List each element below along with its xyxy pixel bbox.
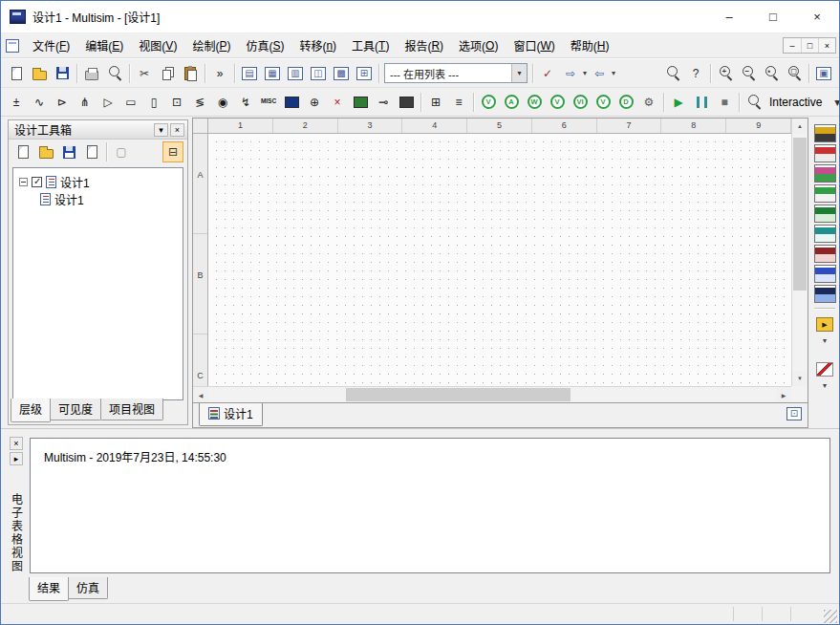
print-icon[interactable]: [81, 63, 102, 84]
close-icon[interactable]: ×: [10, 437, 23, 450]
resize-grip-icon[interactable]: [824, 610, 837, 623]
function-generator-icon[interactable]: [814, 144, 836, 162]
cmos-icon[interactable]: ▯: [143, 92, 164, 113]
panel-menu-icon[interactable]: ▾: [154, 123, 168, 137]
scroll-right-icon[interactable]: [776, 387, 791, 402]
scroll-down-icon[interactable]: [792, 371, 808, 386]
word-generator-icon[interactable]: [814, 265, 836, 283]
run-simulation-icon[interactable]: ▶: [668, 92, 689, 113]
menu-item[interactable]: 文件(F): [25, 33, 77, 57]
back-annotate-icon[interactable]: ⇦: [589, 63, 610, 84]
oscilloscope-icon[interactable]: [814, 184, 836, 203]
vertical-scroll-thumb[interactable]: [793, 138, 807, 291]
ttl-icon[interactable]: ▭: [120, 92, 141, 113]
maximize-button[interactable]: □: [751, 1, 795, 32]
interactive-simulation-icon[interactable]: [743, 92, 765, 113]
open-icon[interactable]: [35, 141, 56, 162]
mcu-icon[interactable]: [396, 92, 417, 113]
interactive-dropdown-icon[interactable]: ▾: [827, 92, 840, 113]
labview-instruments-icon[interactable]: ▶: [814, 313, 835, 334]
sheet-bounds-icon[interactable]: ▣: [813, 63, 834, 84]
horizontal-scrollbar[interactable]: [193, 386, 791, 402]
tab-hierarchy[interactable]: 层级: [11, 399, 51, 422]
rename-icon[interactable]: ▢: [111, 141, 132, 162]
power-icon[interactable]: ↯: [235, 92, 256, 113]
menu-item[interactable]: 视图(V): [131, 33, 184, 57]
save-icon[interactable]: [58, 141, 79, 162]
schematic-canvas[interactable]: [208, 134, 791, 386]
show-all-toggle-icon[interactable]: ⊟: [162, 141, 183, 162]
analog-icon[interactable]: ▷: [97, 92, 118, 113]
menu-item[interactable]: 绘制(P): [184, 33, 238, 57]
panel-close-icon[interactable]: ×: [170, 123, 184, 137]
source-icon[interactable]: ±: [6, 92, 27, 113]
multimeter-icon[interactable]: [814, 124, 836, 142]
bode-plotter-icon[interactable]: [814, 225, 836, 243]
new-schematic-icon[interactable]: [12, 141, 33, 162]
electromechanical-icon[interactable]: ×: [327, 92, 348, 113]
chevron-down-icon[interactable]: ▾: [583, 69, 587, 77]
help-icon[interactable]: ?: [685, 63, 706, 84]
mdi-restore-icon[interactable]: □: [801, 38, 818, 53]
voltage-probe-icon[interactable]: V: [478, 92, 499, 113]
tab-visibility[interactable]: 可见度: [50, 399, 101, 420]
tree-item-child[interactable]: 设计1: [15, 190, 181, 207]
chevron-down-icon[interactable]: ▾: [511, 64, 527, 82]
zoom-out-icon[interactable]: −: [738, 63, 759, 84]
tree-item-label[interactable]: 设计1: [60, 174, 90, 190]
tab-design1[interactable]: 设计1: [199, 403, 263, 426]
copy-icon[interactable]: [157, 63, 178, 84]
print-preview-icon[interactable]: [104, 63, 125, 84]
new-icon[interactable]: [6, 63, 27, 84]
basic-icon[interactable]: ∿: [29, 92, 50, 113]
menu-item[interactable]: 转移(n): [291, 33, 344, 57]
pause-simulation-icon[interactable]: [691, 92, 712, 113]
close-button[interactable]: ×: [795, 1, 839, 32]
grapher-icon[interactable]: ◫: [308, 63, 329, 84]
menu-item[interactable]: 选项(O): [451, 33, 506, 57]
tab-results[interactable]: 结果: [29, 577, 69, 601]
wattmeter-icon[interactable]: [814, 164, 836, 183]
save-icon[interactable]: [52, 63, 73, 84]
open-icon[interactable]: [29, 63, 50, 84]
voltage-current-probe-icon[interactable]: VI: [570, 92, 591, 113]
spreadsheet-view-toggle-icon[interactable]: ▦: [262, 63, 283, 84]
scroll-up-icon[interactable]: [792, 119, 808, 134]
bus-icon[interactable]: ≡: [448, 92, 469, 113]
checkbox-checked-icon[interactable]: [32, 177, 42, 187]
minimize-button[interactable]: –: [707, 1, 751, 32]
advanced-peripherals-icon[interactable]: [281, 92, 302, 113]
rf-icon[interactable]: ⊕: [304, 92, 325, 113]
tab-project-view[interactable]: 项目视图: [100, 399, 163, 420]
current-probe-icon[interactable]: A: [501, 92, 522, 113]
in-use-list-combo[interactable]: --- 在用列表 ---▾: [384, 63, 528, 83]
ni-component-icon[interactable]: [350, 92, 371, 113]
misc-digital-icon[interactable]: ⊡: [166, 92, 187, 113]
menu-item[interactable]: 报告(R): [397, 33, 451, 57]
mixed-icon[interactable]: ≶: [189, 92, 210, 113]
digital-probe-icon[interactable]: D: [615, 92, 636, 113]
design-toolbox-toggle-icon[interactable]: ▤: [239, 63, 260, 84]
zoom-full-icon[interactable]: ◻: [784, 63, 805, 84]
chevron-down-icon[interactable]: ▾: [823, 336, 827, 345]
mdi-close-icon[interactable]: ×: [818, 38, 835, 53]
horizontal-scroll-thumb[interactable]: [346, 388, 571, 401]
chevron-down-icon[interactable]: ▾: [612, 69, 615, 77]
find-icon[interactable]: [662, 63, 683, 84]
postprocessor-icon[interactable]: ▩: [331, 63, 352, 84]
collapse-icon[interactable]: [19, 178, 28, 186]
probe-settings-icon[interactable]: ⚙: [638, 92, 659, 113]
misc-icon[interactable]: MISC: [258, 92, 279, 113]
scroll-left-icon[interactable]: [193, 387, 208, 402]
menu-item[interactable]: 帮助(H): [563, 33, 617, 57]
four-channel-oscilloscope-icon[interactable]: [814, 205, 836, 223]
forward-annotate-icon[interactable]: ⇨: [560, 63, 581, 84]
tree-item-label[interactable]: 设计1: [54, 191, 84, 207]
power-probe-icon[interactable]: W: [524, 92, 545, 113]
hierarchical-block-icon[interactable]: ⊞: [425, 92, 446, 113]
transistor-icon[interactable]: ⋔: [75, 92, 96, 113]
sheet-overview-icon[interactable]: ⊡: [786, 407, 802, 420]
cut-icon[interactable]: ✂: [134, 63, 155, 84]
frequency-counter-icon[interactable]: [814, 245, 836, 263]
close-icon[interactable]: [81, 141, 102, 162]
